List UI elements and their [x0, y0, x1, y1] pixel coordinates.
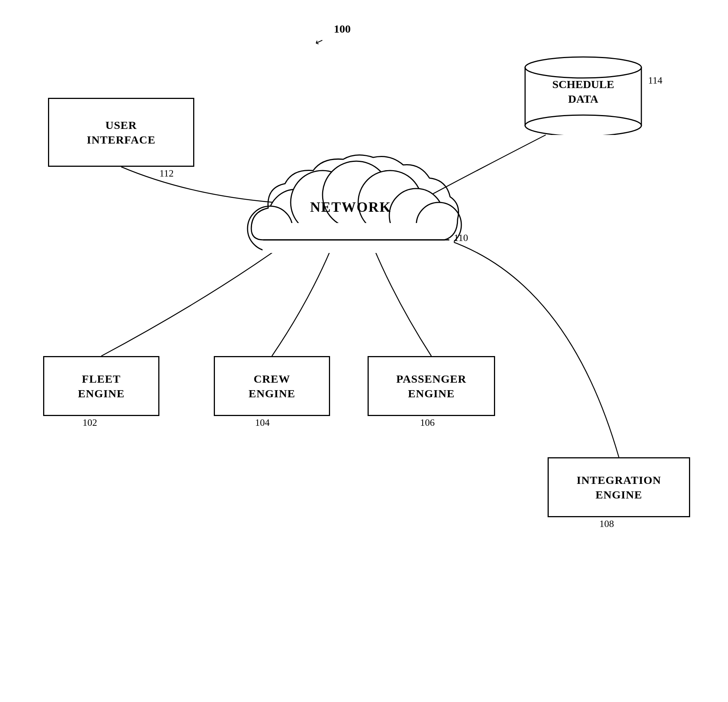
ref-112: 112 — [159, 168, 174, 179]
ref-104: 104 — [255, 417, 270, 428]
svg-point-2 — [525, 57, 641, 78]
user-interface-box: USER INTERFACE — [48, 98, 194, 167]
network-label: NETWORK — [298, 199, 403, 215]
crew-engine-box: CREW ENGINE — [214, 356, 330, 416]
ref-110: 110 — [454, 232, 468, 244]
passenger-engine-box: PASSENGER ENGINE — [368, 356, 495, 416]
network-cloud: NETWORK — [240, 150, 465, 256]
ref-106: 106 — [420, 417, 435, 428]
fleet-engine-box: FLEET ENGINE — [43, 356, 159, 416]
diagram: 100 ↙ USER INTERFACE 112 SCHEDULE DATA 1… — [0, 0, 728, 702]
svg-rect-10 — [263, 223, 454, 253]
integration-engine-box: INTEGRATION ENGINE — [548, 457, 690, 517]
figure-label: 100 — [334, 22, 351, 35]
ref-102: 102 — [83, 417, 97, 428]
schedule-data-cylinder: SCHEDULE DATA — [521, 49, 645, 135]
svg-point-1 — [525, 115, 641, 135]
figure-arrow: ↙ — [313, 34, 325, 48]
ref-114: 114 — [648, 75, 662, 86]
ref-108: 108 — [599, 518, 614, 530]
